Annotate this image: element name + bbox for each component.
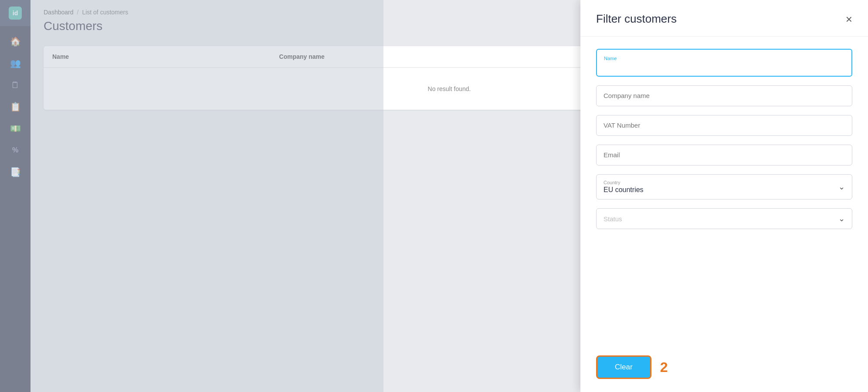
- name-field-wrapper: Name: [596, 49, 852, 77]
- filter-body: Name Country EU countries: [580, 37, 868, 347]
- country-chevron-icon: ⌄: [838, 182, 845, 192]
- clear-button[interactable]: Clear: [596, 355, 651, 379]
- country-label: Country: [604, 180, 644, 185]
- filter-footer: Clear 2: [580, 347, 868, 392]
- status-dropdown-left: Status: [604, 215, 622, 223]
- email-input[interactable]: [604, 151, 845, 159]
- vat-input[interactable]: [604, 122, 845, 129]
- status-placeholder: Status: [604, 215, 622, 223]
- overlay-backdrop[interactable]: [0, 0, 383, 392]
- name-label: Name: [604, 56, 844, 61]
- filter-header: Filter customers ×: [580, 0, 868, 37]
- email-field-wrapper: [596, 145, 852, 166]
- step-number: 2: [660, 359, 668, 375]
- name-input[interactable]: [604, 62, 844, 69]
- filter-title: Filter customers: [596, 12, 677, 26]
- country-value: EU countries: [604, 186, 644, 194]
- status-dropdown[interactable]: Status ⌄: [596, 208, 852, 229]
- company-field-wrapper: [596, 85, 852, 106]
- filter-panel: Filter customers × Name: [580, 0, 868, 392]
- close-button[interactable]: ×: [846, 14, 852, 25]
- company-input[interactable]: [604, 92, 845, 99]
- country-dropdown[interactable]: Country EU countries ⌄: [596, 174, 852, 199]
- vat-field-wrapper: [596, 115, 852, 136]
- country-dropdown-left: Country EU countries: [604, 180, 644, 194]
- status-chevron-icon: ⌄: [838, 214, 845, 223]
